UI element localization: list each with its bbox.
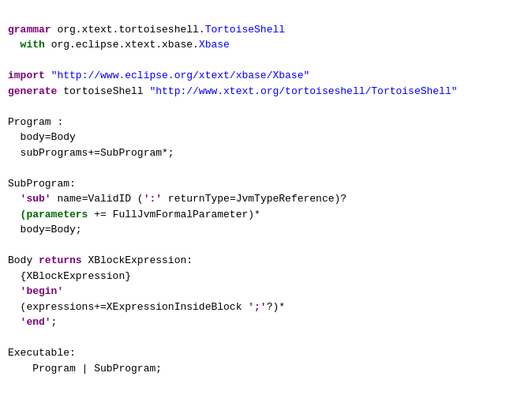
end-string: 'end' (8, 316, 51, 328)
line-6: body=Body (8, 131, 76, 143)
line1-link: TortoiseShell (205, 24, 285, 36)
line-8: SubProgram: (8, 178, 76, 190)
returns-keyword: returns (39, 254, 82, 266)
line-5: Program : (8, 116, 63, 128)
line4-rest: tortoiseShell (57, 85, 149, 97)
code-container: grammar org.xtext.tortoiseshell.Tortoise… (8, 6, 524, 376)
colon-string: ':' (144, 193, 162, 205)
body-normal: Body (8, 254, 32, 266)
grammar-keyword: grammar (8, 24, 51, 36)
line-4: generate tortoiseShell "http://www.xtext… (8, 85, 458, 97)
line-14: 'begin' (8, 285, 63, 297)
line4-str: "http://www.xtext.org/tortoiseshell/Tort… (149, 85, 457, 97)
line16-rest: ; (51, 316, 58, 328)
line-2: with org.eclipse.xtext.xbase.Xbase (8, 39, 230, 51)
line15-rest: (expressions+=XExpressionInsideBlock (8, 301, 248, 313)
line12-rest2: XBlockExpression: (82, 254, 193, 266)
begin-string: 'begin' (8, 285, 63, 297)
line-3: import "http://www.eclipse.org/xtext/xba… (8, 70, 309, 81)
line-10: (parameters += FullJvmFormalParameter)* (8, 209, 260, 220)
line-15: (expressions+=XExpressionInsideBlock ';'… (8, 301, 285, 313)
line3-str: "http://www.eclipse.org/xtext/xbase/Xbas… (51, 70, 310, 81)
line2-rest: org.eclipse.xtext.xbase. (45, 39, 199, 51)
sub-string: 'sub' (21, 193, 51, 205)
line-12: Body returns XBlockExpression: (8, 254, 193, 266)
line-13: {XBlockExpression} (8, 270, 131, 282)
line2-link: Xbase (199, 39, 230, 51)
generate-keyword: generate (8, 85, 57, 97)
line9-rest2: returnType=JvmTypeReference)? (162, 193, 347, 205)
line-16: 'end'; (8, 316, 57, 328)
import-keyword: import (8, 70, 45, 81)
with-keyword: with (21, 39, 45, 51)
line9-rest1: name=ValidID ( (51, 193, 144, 205)
line15-rest2: ?)* (267, 301, 285, 313)
line-11: body=Body; (8, 224, 82, 235)
line-7: subPrograms+=SubProgram*; (8, 147, 174, 159)
line-17: Executable: (8, 347, 76, 359)
parameters-kw: (parameters (21, 209, 88, 220)
line-1: grammar org.xtext.tortoiseshell.Tortoise… (8, 24, 285, 36)
semicolon-string: ';' (248, 301, 266, 313)
line-9: 'sub' name=ValidID (':' returnType=JvmTy… (8, 193, 347, 205)
line1-rest: org.xtext.tortoiseshell. (51, 24, 205, 36)
line-18: Program | SubProgram; (8, 363, 162, 375)
line10-rest: += FullJvmFormalParameter)* (88, 209, 260, 220)
